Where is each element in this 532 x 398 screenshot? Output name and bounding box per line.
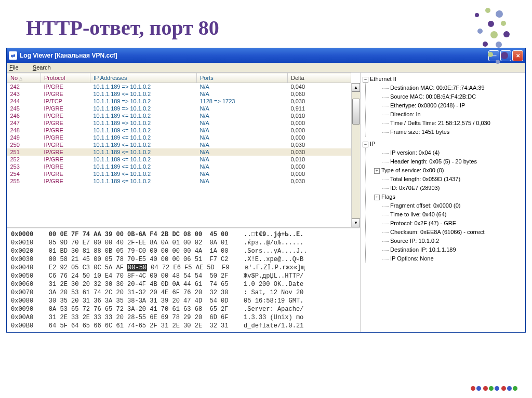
tree-toggle-icon[interactable]: + (374, 168, 380, 174)
table-row[interactable]: 246IP/GRE10.1.1.189 <= 10.1.0.2N/A0,010 (7, 112, 351, 119)
decoration-dots (459, 8, 522, 70)
col-header-delta[interactable]: Delta (288, 73, 351, 83)
col-header-no[interactable]: No△ (7, 73, 41, 83)
table-row[interactable]: 244IP/TCP10.1.1.189 => 10.1.0.21128 => 1… (7, 98, 351, 105)
menu-search[interactable]: Search (33, 64, 57, 71)
tree-toggle-icon[interactable]: − (363, 77, 368, 83)
hex-row: 0x0080 30 35 20 31 36 3A 35 38-3A 31 39 … (11, 297, 356, 305)
tree-toggle-icon[interactable]: − (363, 142, 368, 147)
tree-node[interactable]: −IP (363, 140, 523, 148)
log-viewer-window: ⇄ Log Viewer [Канальная VPN.ccf] — □ ✕ F… (6, 48, 526, 333)
hex-dump-panel: 0x0000 00 0E 7F 74 AA 39 00 0B-6A F4 2B … (7, 228, 360, 332)
menu-file[interactable]: File (9, 64, 25, 71)
hex-row: 0x0020 01 BD 30 81 88 0B 05 79-C0 00 00 … (11, 247, 356, 255)
tree-leaf: Total length: 0x059D (1437) (374, 175, 523, 184)
scroll-up-icon[interactable]: ▲ (352, 83, 360, 92)
packet-table-container: No△ Protocol IP Addresses Ports Delta 24… (7, 73, 360, 228)
hex-row: 0x0050 C6 76 24 50 10 E4 70 8F-4C 00 00 … (11, 272, 356, 280)
tree-toggle-icon[interactable]: + (374, 195, 380, 200)
hex-row: 0x0000 00 0E 7F 74 AA 39 00 0B-6A F4 2B … (11, 230, 356, 239)
tree-leaf[interactable]: +Flags (374, 193, 523, 201)
tree-leaf: Destination IP: 10.1.1.189 (374, 245, 523, 254)
tree-leaf: ID: 0x70E7 (28903) (374, 184, 523, 193)
table-row[interactable]: 249IP/GRE10.1.1.189 <= 10.1.0.2N/A0,000 (7, 134, 351, 141)
titlebar[interactable]: ⇄ Log Viewer [Канальная VPN.ccf] — □ ✕ (7, 48, 525, 63)
tree-leaf: Protocol: 0x2F (47) - GRE (374, 219, 523, 228)
table-row[interactable]: 253IP/GRE10.1.1.189 <= 10.1.0.2N/A0,000 (7, 163, 351, 170)
scroll-down-icon[interactable]: ▼ (352, 218, 360, 227)
table-row[interactable]: 252IP/GRE10.1.1.189 <= 10.1.0.2N/A0,010 (7, 156, 351, 163)
col-header-protocol[interactable]: Protocol (41, 73, 90, 83)
table-row[interactable]: 243IP/GRE10.1.1.189 <= 10.1.0.2N/A0,060 (7, 90, 351, 98)
table-row[interactable]: 255IP/GRE10.1.1.189 <= 10.1.0.2N/A0,030 (7, 177, 351, 185)
table-row[interactable]: 245IP/GRE10.1.1.189 => 10.1.0.2N/A0,911 (7, 105, 351, 112)
tree-leaf: Source IP: 10.1.0.2 (374, 237, 523, 245)
tree-leaf: Source MAC: 00:0B:6A:F4:2B:DC (374, 92, 523, 101)
tree-leaf: Direction: In (374, 110, 523, 119)
tree-leaf: Destination MAC: 00:0E:7F:74:AA:39 (374, 84, 523, 92)
tree-leaf: Frame size: 1451 bytes (374, 128, 523, 136)
tree-node[interactable]: −Ethernet II (363, 75, 523, 84)
table-row[interactable]: 251IP/GRE10.1.1.189 <= 10.1.0.2N/A0,030 (7, 148, 351, 156)
table-row[interactable]: 250IP/GRE10.1.1.189 <= 10.1.0.2N/A0,030 (7, 141, 351, 148)
hex-row: 0x0070 3A 20 53 61 74 2C 20 31-32 20 4E … (11, 289, 356, 297)
tree-leaf: Checksum: 0xEE8A (61066) - correct (374, 228, 523, 237)
hex-row: 0x0040 E2 92 05 C3 0C 5A AF 00-50 04 72 … (11, 264, 356, 272)
packet-table[interactable]: No△ Protocol IP Addresses Ports Delta 24… (7, 73, 351, 185)
hex-row: 0x0060 31 2E 30 20 32 30 30 20-4F 4B 0D … (11, 280, 356, 289)
table-row[interactable]: 242IP/GRE10.1.1.189 => 10.1.0.2N/A0,040 (7, 83, 351, 91)
tree-leaf: Header length: 0x05 (5) - 20 bytes (374, 157, 523, 166)
hex-row: 0x0010 05 9D 70 E7 00 00 40 2F-EE 8A 0A … (11, 239, 356, 247)
table-row[interactable]: 248IP/GRE10.1.1.189 <= 10.1.0.2N/A0,000 (7, 127, 351, 134)
tree-leaf: IP version: 0x04 (4) (374, 148, 523, 157)
window-title: Log Viewer [Канальная VPN.ccf] (20, 52, 488, 59)
table-row[interactable]: 254IP/GRE10.1.1.189 <= 10.1.0.2N/A0,000 (7, 170, 351, 177)
tree-leaf: Fragment offset: 0x0000 (0) (374, 201, 523, 210)
tree-leaf: IP Options: None (374, 254, 523, 263)
col-header-ip[interactable]: IP Addresses (90, 73, 197, 83)
tree-leaf: Time to live: 0x40 (64) (374, 210, 523, 219)
hex-row: 0x00A0 31 2E 33 2E 33 33 20 28-55 6E 69 … (11, 313, 356, 322)
tree-leaf[interactable]: +Type of service: 0x00 (0) (374, 166, 523, 175)
hex-row: 0x00B0 64 5F 64 65 66 6C 61 74-65 2F 31 … (11, 322, 356, 330)
scroll-thumb[interactable] (352, 99, 360, 125)
bottom-status-icons (471, 386, 517, 391)
hex-row: 0x0030 00 58 21 45 00 05 78 70-E5 40 00 … (11, 255, 356, 264)
app-icon: ⇄ (9, 51, 17, 60)
page-heading: HTTP-ответ, порт 80 (0, 0, 532, 48)
table-scrollbar[interactable]: ▲ ▼ (351, 83, 360, 227)
table-row[interactable]: 247IP/GRE10.1.1.189 => 10.1.0.2N/A0,000 (7, 119, 351, 127)
menubar: File Search (7, 63, 525, 73)
tree-leaf: Time / Delta Time: 21:58:12,575 / 0,030 (374, 119, 523, 128)
col-header-ports[interactable]: Ports (197, 73, 288, 83)
hex-row: 0x0090 0A 53 65 72 76 65 72 3A-20 41 70 … (11, 305, 356, 313)
tree-leaf: Ethertype: 0x0800 (2048) - IP (374, 101, 523, 110)
packet-details-tree: −Ethernet IIDestination MAC: 00:0E:7F:74… (360, 73, 524, 332)
